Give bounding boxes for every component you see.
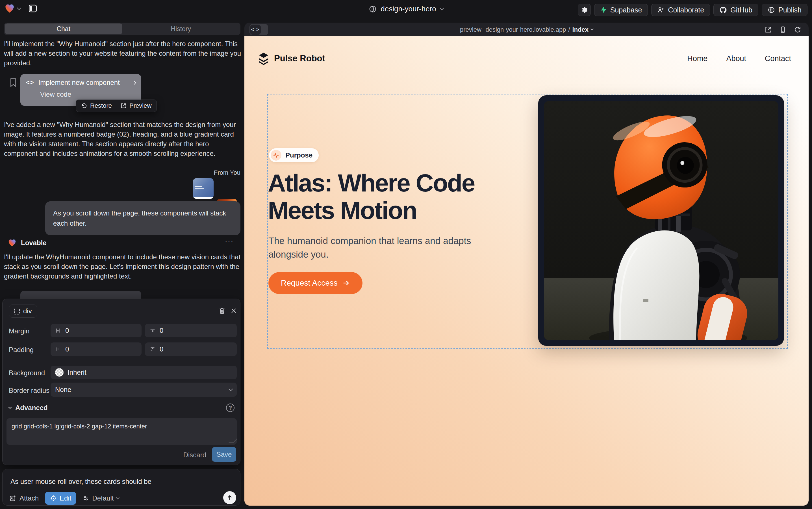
from-you-label: From You	[4, 169, 241, 176]
tab-history[interactable]: History	[122, 24, 240, 34]
close-icon[interactable]	[230, 307, 237, 314]
margin-vertical-icon	[149, 328, 156, 334]
border-radius-select[interactable]: None	[50, 383, 237, 397]
padding-x-value: 0	[65, 345, 69, 353]
implement-card-title: Implement new component	[38, 79, 120, 87]
tab-chat[interactable]: Chat	[5, 24, 122, 34]
supabase-label: Supabase	[610, 6, 642, 14]
discard-button[interactable]: Discard	[183, 451, 206, 459]
padding-x-field[interactable]: 0	[50, 342, 142, 356]
background-label: Background	[9, 369, 45, 377]
collaborate-button[interactable]: Collaborate	[651, 4, 710, 16]
chat-composer[interactable]: As user mouse roll over, these cards sho…	[2, 469, 241, 506]
lovable-heart-icon	[8, 239, 16, 247]
help-icon[interactable]: ?	[226, 404, 234, 412]
view-code-link[interactable]: View code	[40, 91, 136, 98]
assistant-message-3: I'll update the WhyHumanoid component to…	[4, 252, 242, 281]
url-chevron-icon	[590, 27, 593, 31]
attach-button[interactable]: Attach	[9, 494, 39, 502]
lovable-app: design-your-hero Supabase Collaborate Gi…	[0, 0, 812, 509]
border-radius-value: None	[55, 386, 71, 394]
github-icon	[719, 6, 727, 14]
nav-about[interactable]: About	[726, 54, 746, 63]
code-view-toggle[interactable]: < >	[250, 24, 268, 35]
select-chevron-icon	[229, 386, 233, 391]
project-switcher[interactable]: design-your-hero	[369, 4, 443, 13]
background-field[interactable]: Inherit	[50, 366, 237, 379]
margin-y-field[interactable]: 0	[145, 324, 237, 337]
attach-label: Attach	[20, 494, 39, 502]
bookmark-icon[interactable]	[10, 78, 17, 87]
margin-horizontal-icon	[55, 328, 61, 334]
mode-label: Default	[92, 494, 114, 502]
lovable-logo-icon[interactable]	[4, 3, 15, 13]
selected-element-chip[interactable]: div	[9, 305, 37, 317]
collaborate-label: Collaborate	[668, 6, 704, 14]
pulse-robot-logo-icon	[258, 52, 269, 65]
edit-mode-button[interactable]: Edit	[45, 492, 76, 505]
mobile-view-icon[interactable]	[779, 26, 786, 33]
nav-home[interactable]: Home	[687, 54, 707, 63]
resize-handle[interactable]	[228, 439, 237, 443]
hero-image-frame	[538, 95, 784, 346]
arrow-right-icon	[342, 279, 350, 287]
sidebar-toggle-icon[interactable]	[28, 4, 38, 13]
send-button[interactable]	[223, 491, 236, 504]
advanced-label: Advanced	[15, 404, 48, 412]
preview-url[interactable]: preview--design-your-hero.lovable.app / …	[460, 26, 593, 33]
transparency-swatch-icon	[55, 368, 64, 377]
open-external-icon[interactable]	[765, 26, 772, 33]
restore-icon	[81, 103, 87, 109]
assistant-message-1: I'll implement the "Why Humanoid" sectio…	[4, 39, 242, 68]
margin-label: Margin	[9, 327, 29, 335]
border-radius-label: Border radius	[9, 386, 49, 395]
composer-input[interactable]: As user mouse roll over, these cards sho…	[10, 478, 151, 485]
restore-preview-popover: Restore Preview	[76, 100, 157, 112]
hero-subhead: The humanoid companion that learns and a…	[268, 234, 483, 261]
github-label: GitHub	[730, 6, 752, 14]
supabase-button[interactable]: Supabase	[594, 4, 648, 16]
hero-headline: Atlas: Where Code Meets Motion	[268, 169, 516, 224]
request-access-button[interactable]: Request Access	[268, 272, 363, 294]
margin-y-value: 0	[160, 327, 163, 335]
save-button[interactable]: Save	[212, 447, 236, 462]
restore-button[interactable]: Restore	[81, 102, 112, 109]
settings-button[interactable]	[578, 4, 591, 16]
github-button[interactable]: GitHub	[713, 4, 758, 16]
assistant-header: Lovable	[8, 239, 47, 247]
nav-contact[interactable]: Contact	[765, 54, 791, 63]
background-value: Inherit	[68, 369, 86, 376]
advanced-section-toggle[interactable]: Advanced ?	[9, 404, 234, 412]
publish-button[interactable]: Publish	[762, 4, 808, 16]
padding-y-field[interactable]: 0	[145, 342, 237, 356]
tailwind-classes-value: grid grid-cols-1 lg:grid-cols-2 gap-12 i…	[11, 423, 147, 430]
margin-x-field[interactable]: 0	[50, 324, 142, 337]
preview-url-separator: /	[568, 26, 570, 33]
site-preview: Pulse Robot Home About Contact Purpose A…	[245, 36, 809, 506]
model-selector[interactable]: Default	[82, 494, 119, 502]
site-brand[interactable]: Pulse Robot	[258, 52, 325, 65]
supabase-icon	[600, 6, 607, 13]
message-menu-button[interactable]: ...	[225, 235, 234, 244]
preview-toolbar: < > preview--design-your-hero.lovable.ap…	[245, 23, 809, 36]
refresh-icon[interactable]	[794, 26, 801, 33]
purpose-badge-label: Purpose	[285, 151, 312, 159]
preview-panel: < > preview--design-your-hero.lovable.ap…	[245, 23, 809, 506]
purpose-badge: Purpose	[269, 148, 319, 162]
trash-icon[interactable]	[218, 307, 226, 315]
globe-icon	[369, 5, 377, 13]
tailwind-classes-textarea[interactable]: grid grid-cols-1 lg:grid-cols-2 gap-12 i…	[6, 418, 237, 445]
workspace-chevron-icon[interactable]	[17, 5, 22, 10]
site-brand-name: Pulse Robot	[274, 54, 325, 64]
site-nav: Home About Contact	[687, 54, 791, 63]
publish-label: Publish	[778, 6, 802, 14]
assistant-message-2: I've added a new "Why Humanoid" section …	[4, 120, 242, 158]
external-link-icon	[120, 103, 126, 109]
attachment-thumbnail-blue[interactable]	[193, 178, 214, 199]
target-icon	[50, 495, 57, 502]
preview-button[interactable]: Preview	[120, 102, 151, 109]
assistant-name: Lovable	[21, 239, 47, 247]
robot-image	[544, 101, 778, 340]
gear-icon	[581, 6, 588, 13]
padding-y-value: 0	[160, 345, 163, 353]
